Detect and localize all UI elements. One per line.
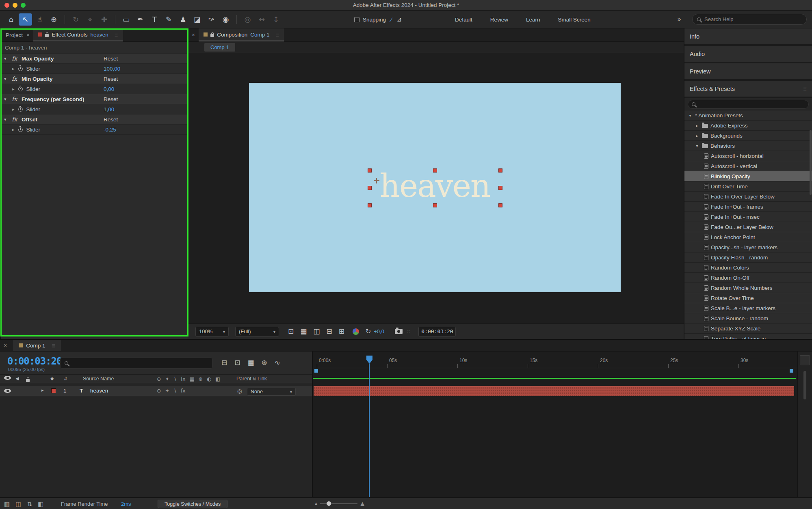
folder-behaviors[interactable]: Behaviors bbox=[684, 141, 812, 151]
panel-preview[interactable]: Preview bbox=[684, 63, 812, 81]
selection-handle[interactable] bbox=[368, 186, 372, 190]
clone-stamp-tool-icon[interactable]: ♟ bbox=[176, 13, 190, 26]
puppet-pin-tool-icon[interactable]: ◉ bbox=[219, 13, 232, 26]
twirl-icon[interactable] bbox=[695, 144, 699, 148]
adjustment-layer-icon[interactable]: ◐ bbox=[207, 376, 211, 382]
preset-tree-row[interactable]: Fade In+Out - frames bbox=[684, 202, 812, 212]
3d-layer-icon[interactable]: ◧ bbox=[215, 376, 220, 382]
timeline-vscrollbar[interactable] bbox=[803, 371, 806, 399]
layer-label-color[interactable] bbox=[51, 388, 56, 393]
preset-tree-row[interactable]: Blinking Opacity bbox=[684, 171, 812, 181]
graph-editor-icon[interactable]: ∿ bbox=[275, 358, 280, 367]
preset-tree-row[interactable]: Random On-Off bbox=[684, 273, 812, 283]
render-pane-icon[interactable]: ◧ bbox=[38, 500, 43, 508]
preset-tree-row[interactable]: Autoscroll - vertical bbox=[684, 161, 812, 171]
current-timecode[interactable]: 0:00:03:20 bbox=[7, 356, 62, 367]
selection-handle[interactable] bbox=[498, 186, 502, 190]
selection-handle[interactable] bbox=[498, 168, 502, 173]
chevron-down-icon[interactable] bbox=[4, 76, 9, 82]
work-area-start-handle[interactable] bbox=[314, 369, 318, 373]
chevron-down-icon[interactable] bbox=[4, 56, 9, 61]
label-column-icon[interactable]: ◆ bbox=[50, 376, 54, 381]
workspace-review[interactable]: Review bbox=[481, 14, 517, 25]
frame-blend-icon[interactable]: ▦ bbox=[190, 376, 195, 382]
composition-canvas[interactable]: heaven bbox=[249, 83, 621, 292]
folder-adobe-express[interactable]: Adobe Express bbox=[684, 121, 812, 131]
preset-tree-row[interactable]: Fade In Over Layer Below bbox=[684, 192, 812, 202]
folder-backgrounds[interactable]: Backgrounds bbox=[684, 131, 812, 141]
eraser-tool-icon[interactable]: ◪ bbox=[191, 13, 204, 26]
twirl-icon[interactable] bbox=[695, 123, 699, 128]
panel-menu-icon[interactable]: ≡ bbox=[276, 31, 279, 38]
time-ruler[interactable]: 0:00s05s10s15s20s25s30s bbox=[313, 355, 797, 368]
close-tab-icon[interactable]: × bbox=[188, 32, 199, 38]
preset-tree-row[interactable]: Autoscroll - horizontal bbox=[684, 151, 812, 161]
workspace-small-screen[interactable]: Small Screen bbox=[549, 14, 600, 25]
effect-reset-link[interactable]: Reset bbox=[104, 56, 118, 62]
preset-tree-row[interactable]: Drift Over Time bbox=[684, 181, 812, 192]
eye-column-icon[interactable] bbox=[4, 376, 11, 380]
comp-marker-button[interactable] bbox=[800, 355, 810, 365]
dolly-camera-icon[interactable]: ↕ bbox=[269, 13, 283, 26]
tab-composition[interactable]: Composition Comp 1 ≡ bbox=[199, 28, 284, 41]
layer-expand-icon[interactable] bbox=[41, 388, 44, 393]
stopwatch-icon[interactable] bbox=[18, 67, 23, 71]
stopwatch-icon[interactable] bbox=[18, 127, 23, 132]
chevron-right-icon[interactable] bbox=[12, 107, 15, 112]
twirl-icon[interactable] bbox=[688, 113, 693, 118]
parent-link-dropdown[interactable]: None bbox=[247, 388, 296, 396]
minimize-window-button[interactable] bbox=[13, 3, 17, 8]
effect-param-row[interactable]: Slider -0,25 bbox=[1, 125, 188, 135]
exposure-control[interactable]: ↻ +0,0 bbox=[366, 328, 384, 335]
lock-icon[interactable] bbox=[45, 34, 49, 37]
quality-icon[interactable]: ∖ bbox=[173, 376, 177, 382]
roto-brush-tool-icon[interactable]: ✑ bbox=[205, 13, 218, 26]
region-of-interest-icon[interactable]: ⊡ bbox=[288, 327, 294, 336]
effect-reset-link[interactable]: Reset bbox=[104, 96, 118, 102]
motion-blur-icon[interactable]: ⊛ bbox=[199, 376, 203, 382]
chevron-down-icon[interactable] bbox=[4, 97, 9, 102]
param-value[interactable]: 100,00 bbox=[104, 66, 120, 72]
orbit-camera-icon[interactable]: ◎ bbox=[241, 13, 254, 26]
layer-row[interactable]: 1 T heaven ⊙✦∖fx ◎ None bbox=[0, 386, 312, 396]
frame-blend-toggle-icon[interactable]: ▦ bbox=[248, 358, 254, 367]
close-window-button[interactable] bbox=[4, 3, 9, 8]
param-value[interactable]: 0,00 bbox=[104, 86, 114, 92]
audio-column-icon[interactable]: ◀ bbox=[15, 376, 19, 381]
help-search-box[interactable] bbox=[692, 14, 807, 25]
reset-exposure-icon[interactable]: ↻ bbox=[366, 328, 371, 335]
motion-blur-toggle-icon[interactable]: ⊛ bbox=[262, 358, 267, 367]
grid-icon[interactable]: ⊞ bbox=[339, 327, 344, 336]
comp-flowchart-icon[interactable]: ⊟ bbox=[221, 358, 227, 367]
current-time-indicator-line[interactable] bbox=[369, 364, 370, 497]
type-tool-icon[interactable]: T bbox=[148, 13, 161, 26]
shy-icon[interactable]: ⊙ bbox=[157, 376, 161, 382]
zoom-slider-track[interactable] bbox=[320, 503, 357, 504]
mask-visibility-icon[interactable]: ◫ bbox=[313, 327, 320, 336]
preset-tree-row[interactable]: Scale B...e - layer markers bbox=[684, 303, 812, 313]
tab-timeline-comp[interactable]: Comp 1 ≡ bbox=[13, 340, 61, 351]
toggle-switches-modes-button[interactable]: Toggle Switches / Modes bbox=[158, 500, 227, 508]
effect-param-row[interactable]: Slider 1,00 bbox=[1, 104, 188, 114]
pan-behind-tool-icon[interactable]: ✚ bbox=[97, 13, 111, 26]
selection-handle[interactable] bbox=[433, 168, 437, 173]
chevron-right-icon[interactable] bbox=[12, 127, 15, 132]
effect-header-row[interactable]: fx Max Opacity Reset bbox=[1, 54, 188, 64]
zoom-tool-icon[interactable]: ⊕ bbox=[47, 13, 61, 26]
column-source-name[interactable]: Source Name bbox=[83, 376, 114, 382]
work-area-end-handle[interactable] bbox=[790, 369, 793, 373]
snap-along-edges-icon[interactable]: ∕ bbox=[391, 16, 392, 23]
resolution-dropdown[interactable]: (Full) bbox=[235, 327, 279, 336]
selection-bounding-box[interactable] bbox=[370, 170, 500, 205]
viewer-timecode[interactable]: 0:00:03:20 bbox=[418, 327, 456, 336]
chevron-right-icon[interactable] bbox=[12, 66, 15, 71]
snap-to-features-icon[interactable]: ⊿ bbox=[397, 16, 402, 23]
panel-effects-presets-header[interactable]: Effects & Presets ≡ bbox=[684, 81, 812, 98]
chevron-right-icon[interactable] bbox=[12, 86, 15, 92]
preset-tree-row[interactable]: Rotate Over Time bbox=[684, 293, 812, 303]
preset-tree-row[interactable]: Trim Paths - at layer in bbox=[684, 334, 812, 339]
lock-icon[interactable] bbox=[210, 34, 214, 37]
lock-column-icon[interactable] bbox=[26, 379, 30, 382]
animation-presets-root[interactable]: * Animation Presets bbox=[684, 110, 812, 121]
home-icon[interactable]: ⌂ bbox=[4, 13, 18, 26]
